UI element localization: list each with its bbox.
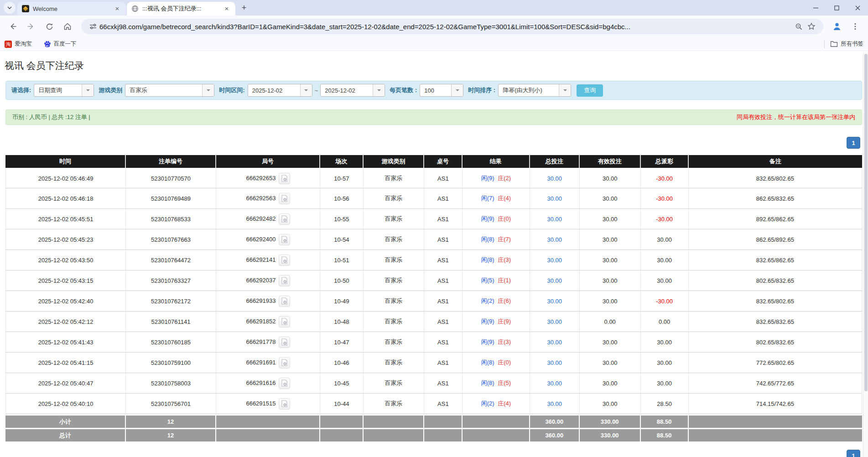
video-replay-button[interactable] xyxy=(279,213,290,225)
close-tab-icon[interactable]: × xyxy=(223,5,231,13)
cell-bet-id: 523010764472 xyxy=(126,250,216,270)
total-bet-link[interactable]: 30.00 xyxy=(547,359,562,366)
pagination-page-1[interactable]: 1 xyxy=(847,137,860,149)
total-bet-link[interactable]: 30.00 xyxy=(547,236,562,243)
reload-button[interactable] xyxy=(42,19,57,34)
bookmark-aitaobao[interactable]: 淘 爱淘宝 xyxy=(5,40,32,48)
back-button[interactable] xyxy=(5,19,21,34)
total-bet-link[interactable]: 30.00 xyxy=(547,257,562,264)
cell-valid-bet: 30.00 xyxy=(580,229,641,250)
divider xyxy=(824,40,825,48)
total-bet-link[interactable]: 30.00 xyxy=(547,195,562,202)
empty-cell xyxy=(216,428,320,441)
video-replay-button[interactable] xyxy=(279,378,290,389)
date-start-select[interactable]: 2025-12-02 xyxy=(248,84,312,97)
page-scrollbar[interactable] xyxy=(863,52,868,457)
cell-result: 闲(2) 庄(4) xyxy=(463,394,530,414)
cell-round: 666291691 xyxy=(216,353,320,373)
total-bet-link[interactable]: 30.00 xyxy=(547,400,562,407)
bookmark-star-icon[interactable] xyxy=(805,20,818,33)
header-bet-id: 注单编号 xyxy=(126,155,216,168)
minimize-button[interactable] xyxy=(805,0,826,16)
cell-game-category: 百家乐 xyxy=(364,312,424,332)
page-size-select[interactable]: 100 xyxy=(420,84,463,97)
scrollbar-thumb[interactable] xyxy=(864,54,868,391)
cell-total-bet: 30.00 xyxy=(530,394,580,414)
sort-order-select[interactable]: 降幂(由大到小) xyxy=(498,84,571,97)
empty-cell xyxy=(689,414,862,428)
cell-table-no: AS1 xyxy=(424,353,463,373)
search-button[interactable]: 查询 xyxy=(577,84,603,97)
total-bet-link[interactable]: 30.00 xyxy=(547,318,562,325)
tab-search-button[interactable] xyxy=(4,2,16,14)
maximize-button[interactable] xyxy=(826,0,847,16)
video-replay-button[interactable] xyxy=(279,254,290,266)
video-replay-button[interactable] xyxy=(279,337,290,348)
bookmarks-bar: 淘 爱淘宝 百度一下 所有书签 xyxy=(0,37,868,51)
folder-icon xyxy=(830,41,838,47)
cell-round: 666291515 xyxy=(216,394,320,414)
all-bookmarks-label: 所有书签 xyxy=(841,40,863,48)
bookmark-baidu[interactable]: 百度一下 xyxy=(44,40,77,48)
subtotal-total-bet: 360.00 xyxy=(530,414,580,428)
result-banker: 庄(3) xyxy=(498,256,511,263)
url-text[interactable]: 66cxkj98.com/game/betrecord_search/kind3… xyxy=(99,23,792,31)
video-replay-button[interactable] xyxy=(279,173,290,184)
chrome-menu-button[interactable] xyxy=(847,19,863,34)
date-range-label: 时间区间: xyxy=(219,86,244,94)
close-window-button[interactable] xyxy=(847,0,868,16)
forward-icon xyxy=(26,22,36,31)
video-replay-button[interactable] xyxy=(279,296,290,307)
cell-total-bet: 30.00 xyxy=(530,373,580,394)
subtotal-valid-bet: 330.00 xyxy=(580,414,641,428)
total-bet-link[interactable]: 30.00 xyxy=(547,175,562,182)
video-replay-button[interactable] xyxy=(279,398,290,410)
cell-valid-bet: 30.00 xyxy=(580,373,641,394)
video-replay-button[interactable] xyxy=(279,234,290,245)
round-number: 666292400 xyxy=(246,235,275,242)
zoom-page-icon[interactable] xyxy=(792,20,805,33)
video-replay-button[interactable] xyxy=(279,316,290,327)
total-bet-link[interactable]: 30.00 xyxy=(547,277,562,284)
total-bet-link[interactable]: 30.00 xyxy=(547,339,562,346)
cell-valid-bet: 30.00 xyxy=(580,353,641,373)
total-bet-link[interactable]: 30.00 xyxy=(547,216,562,223)
tab-welcome[interactable]: Welcome × xyxy=(17,2,126,16)
profile-avatar[interactable] xyxy=(829,19,845,34)
all-bookmarks[interactable]: 所有书签 xyxy=(824,40,863,48)
total-bet-link[interactable]: 30.00 xyxy=(547,380,562,387)
game-category-select[interactable]: 百家乐 xyxy=(125,84,214,97)
cell-total-bet: 30.00 xyxy=(530,291,580,312)
video-replay-button[interactable] xyxy=(279,275,290,286)
new-tab-button[interactable]: + xyxy=(238,2,250,14)
query-type-select[interactable]: 日期查询 xyxy=(34,84,94,97)
cell-payout: -30.00 xyxy=(641,168,689,188)
video-replay-button[interactable] xyxy=(279,357,290,369)
forward-button[interactable] xyxy=(23,19,39,34)
cell-total-bet: 30.00 xyxy=(530,188,580,209)
subtotal-payout: 88.50 xyxy=(641,414,689,428)
tab-betrecord[interactable]: :::视讯 会员下注纪录::: × xyxy=(127,2,235,16)
cell-bet-id: 523010763327 xyxy=(126,270,216,291)
site-info-icon[interactable] xyxy=(87,20,99,33)
cell-time: 2025-12-02 05:42:40 xyxy=(5,291,126,312)
date-separator: ~ xyxy=(315,87,318,94)
video-replay-button[interactable] xyxy=(279,193,290,204)
close-icon xyxy=(855,5,860,10)
pagination-page-1-bottom[interactable]: 1 xyxy=(847,450,860,457)
table-row: 2025-12-02 05:41:43 523010760185 6662917… xyxy=(5,332,862,353)
chevron-down-icon xyxy=(82,84,94,96)
header-payout: 总派彩 xyxy=(641,155,689,168)
address-bar[interactable]: 66cxkj98.com/game/betrecord_search/kind3… xyxy=(81,19,823,34)
close-tab-icon[interactable]: × xyxy=(113,5,121,13)
home-button[interactable] xyxy=(60,19,75,34)
date-end-select[interactable]: 2025-12-02 xyxy=(320,84,385,97)
total-bet-link[interactable]: 30.00 xyxy=(547,298,562,305)
empty-cell xyxy=(463,414,530,428)
toolbar-right xyxy=(828,19,864,34)
video-file-icon xyxy=(281,338,288,346)
chevron-down-icon xyxy=(451,84,463,96)
cell-table-no: AS1 xyxy=(424,291,463,312)
cell-valid-bet: 30.00 xyxy=(580,270,641,291)
cell-table-no: AS1 xyxy=(424,270,463,291)
